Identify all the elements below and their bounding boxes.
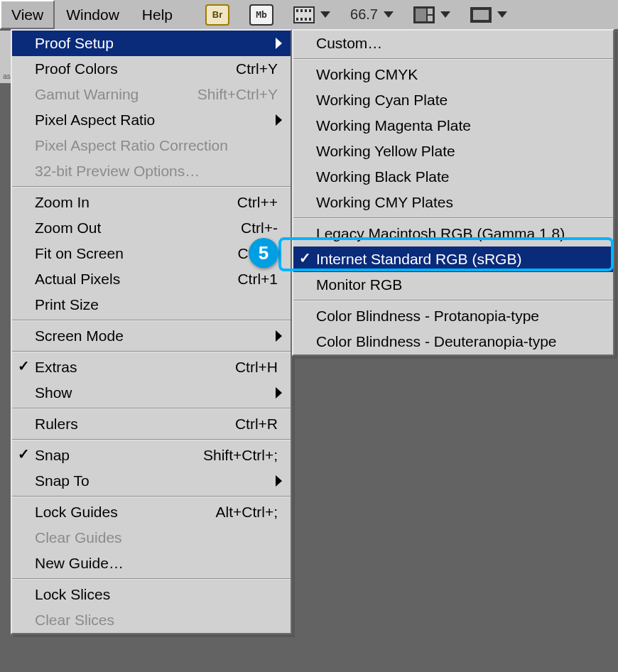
submenu-arrow-icon: [276, 475, 282, 487]
menu-help[interactable]: Help: [131, 0, 184, 29]
submenu-cyan-plate[interactable]: Working Cyan Plate: [293, 87, 613, 113]
menu-snap[interactable]: ✓ Snap Shift+Ctrl+;: [12, 443, 291, 468]
zoom-dropdown[interactable]: 66.7: [350, 6, 394, 23]
menu-print-size[interactable]: Print Size: [12, 292, 291, 318]
annotation-callout: 5: [249, 238, 278, 268]
layout-docs-dropdown[interactable]: [293, 6, 330, 23]
menu-zoom-out[interactable]: Zoom Out Ctrl+-: [12, 215, 291, 241]
annotation-number: 5: [259, 242, 269, 264]
workspace-dropdown[interactable]: [413, 6, 450, 23]
submenu-srgb[interactable]: ✓ Internet Standard RGB (sRGB): [293, 246, 613, 272]
menu-gamut-warning: Gamut Warning Shift+Ctrl+Y: [12, 82, 291, 107]
submenu-magenta-plate[interactable]: Working Magenta Plate: [293, 113, 613, 139]
mini-bridge-icon[interactable]: Mb: [249, 4, 273, 26]
submenu-arrow-icon: [276, 38, 282, 49]
submenu-working-cmyk[interactable]: Working CMYK: [293, 62, 613, 87]
menu-lock-guides[interactable]: Lock Guides Alt+Ctrl+;: [12, 499, 291, 525]
proof-setup-submenu: Custom… Working CMYK Working Cyan Plate …: [292, 29, 614, 356]
menu-separator: [12, 351, 291, 352]
check-icon: ✓: [299, 249, 311, 266]
submenu-legacy-mac[interactable]: Legacy Macintosh RGB (Gamma 1.8): [293, 221, 613, 246]
menu-separator: [12, 320, 291, 321]
chevron-down-icon: [497, 11, 507, 18]
submenu-custom[interactable]: Custom…: [293, 31, 613, 56]
menu-snap-to[interactable]: Snap To: [12, 468, 291, 494]
menu-show[interactable]: Show: [12, 380, 291, 406]
view-dropdown: Proof Setup Proof Colors Ctrl+Y Gamut Wa…: [11, 29, 292, 634]
menu-separator: [12, 578, 291, 580]
menu-rulers[interactable]: Rulers Ctrl+R: [12, 411, 291, 437]
submenu-monitor-rgb[interactable]: Monitor RGB: [293, 272, 613, 298]
check-icon: ✓: [18, 445, 30, 462]
menu-screen-mode[interactable]: Screen Mode: [12, 323, 291, 349]
menu-separator: [12, 439, 291, 440]
chevron-down-icon: [440, 11, 450, 18]
menu-window[interactable]: Window: [55, 0, 131, 29]
toolbar: Br Mb 66.7: [205, 0, 507, 29]
menu-help-label: Help: [142, 6, 173, 23]
menu-new-guide[interactable]: New Guide…: [12, 551, 291, 576]
menu-actual-pixels[interactable]: Actual Pixels Ctrl+1: [12, 266, 291, 292]
menu-zoom-in[interactable]: Zoom In Ctrl++: [12, 190, 291, 215]
menu-separator: [293, 300, 613, 301]
menu-separator: [293, 217, 613, 219]
panels-icon: [413, 6, 435, 23]
menubar: View Window Help Br Mb 66.7: [0, 0, 618, 31]
menu-par-correction: Pixel Aspect Ratio Correction: [12, 133, 291, 158]
menu-separator: [12, 186, 291, 188]
submenu-arrow-icon: [276, 114, 282, 126]
submenu-cmy-plates[interactable]: Working CMY Plates: [293, 190, 613, 215]
submenu-yellow-plate[interactable]: Working Yellow Plate: [293, 139, 613, 164]
submenu-black-plate[interactable]: Working Black Plate: [293, 164, 613, 190]
menu-view-label: View: [11, 6, 43, 23]
submenu-protanopia[interactable]: Color Blindness - Protanopia-type: [293, 303, 613, 329]
menu-lock-slices[interactable]: Lock Slices: [12, 582, 291, 607]
screen-icon: [470, 7, 492, 23]
menu-separator: [12, 496, 291, 497]
menu-separator: [12, 408, 291, 409]
submenu-arrow-icon: [276, 330, 282, 342]
menu-pixel-aspect-ratio[interactable]: Pixel Aspect Ratio: [12, 107, 291, 133]
menu-clear-guides: Clear Guides: [12, 525, 291, 551]
zoom-level: 66.7: [350, 6, 378, 23]
menu-32bit-preview: 32-bit Preview Options…: [12, 158, 291, 184]
check-icon: ✓: [18, 357, 30, 374]
menu-proof-setup[interactable]: Proof Setup: [12, 31, 291, 56]
bridge-icon[interactable]: Br: [205, 4, 229, 26]
chevron-down-icon: [320, 11, 330, 18]
screenmode-dropdown[interactable]: [470, 7, 507, 23]
submenu-arrow-icon: [276, 387, 282, 399]
menu-window-label: Window: [66, 6, 119, 23]
chevron-down-icon: [384, 11, 394, 18]
menu-separator: [293, 58, 613, 60]
menu-extras[interactable]: ✓ Extras Ctrl+H: [12, 354, 291, 380]
submenu-deuteranopia[interactable]: Color Blindness - Deuteranopia-type: [293, 329, 613, 354]
menu-view[interactable]: View: [0, 0, 55, 29]
filmstrip-icon: [293, 6, 315, 23]
menu-proof-colors[interactable]: Proof Colors Ctrl+Y: [12, 56, 291, 82]
menu-clear-slices: Clear Slices: [12, 607, 291, 633]
